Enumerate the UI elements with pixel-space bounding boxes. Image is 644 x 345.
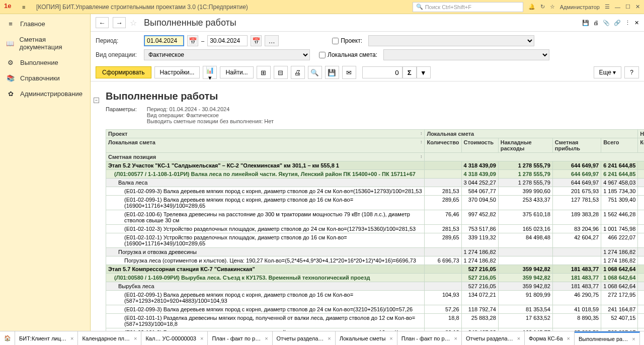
sidebar-item-execution[interactable]: ⚙Выполнение [0,55,90,70]
close-tab-icon[interactable]: × [567,335,570,341]
bottom-tab[interactable]: Выполненные ра…× [575,331,640,345]
table-row[interactable]: Этап 5.7 Компрессорная станция КС-7 "Сив… [106,265,645,274]
expand-button[interactable]: ⊞ [257,66,271,79]
collapse-button[interactable]: ⊟ [274,66,288,79]
col-cost[interactable]: Стоимость [461,138,498,153]
project-dropdown[interactable] [368,35,534,46]
generate-button[interactable]: Сформировать [96,66,151,78]
close-tab-icon[interactable]: × [517,335,520,341]
close-tab-icon[interactable]: × [200,335,203,341]
table-row[interactable]: (Е01-02-099-1) Валка деревьев мягких пор… [106,291,645,305]
table-row[interactable]: Валка леса3 044 252,271 278 555,79644 64… [106,179,645,187]
table-row[interactable]: (Л01:00577 / 1-1-108-1-01РИ) Валка леса … [106,170,645,179]
sigma-dropdown-button[interactable]: ▾ [417,66,431,78]
attach-icon[interactable]: 📎 [603,20,610,26]
close-window-icon[interactable]: ✕ [635,4,640,10]
table-row[interactable]: (Е01-02-099-1) Валка деревьев мягких пор… [106,196,645,210]
close-tab-icon[interactable]: × [454,335,457,341]
bottom-tab[interactable]: План - факт по р…× [208,331,272,345]
preview-button[interactable]: 🔍 [308,66,322,79]
date-from-input[interactable] [144,35,184,46]
col-local-estimate[interactable]: Локальная смета↕ [106,138,425,153]
minimize-icon[interactable]: — [615,4,620,10]
menu-icon[interactable]: ☰ [605,4,610,10]
home-tab[interactable]: 🏠 [0,331,15,345]
hamburger-icon[interactable]: ≡ [22,4,32,10]
close-tab-icon[interactable]: × [328,335,331,341]
variants-button[interactable]: 📊 ▾ [203,66,217,79]
global-search[interactable]: 🔍 Поиск Ctrl+Shift+F [413,2,523,12]
bottom-tab[interactable]: Форма КС-6а× [525,331,575,345]
star-icon[interactable]: ☆ [550,4,555,10]
sigma-button[interactable]: Σ [403,66,417,78]
table-row[interactable]: (Е01-02-101-2) Разделка древесины мягких… [106,328,645,331]
sidebar-item-main[interactable]: ≡Главное [0,16,90,32]
user-name[interactable]: Администратор [560,4,600,10]
table-row[interactable]: (Е01-02-099-3) Валка деревьев мягких пор… [106,305,645,314]
col-profit[interactable]: Сметная прибыль [552,138,601,153]
print-button[interactable]: 🖨 [291,66,305,79]
row-value: 8 890,35 [552,314,601,328]
date-to-input[interactable] [207,35,248,46]
bottom-tab[interactable]: Отчеты раздела…× [462,331,525,345]
col-total[interactable]: Всего [601,138,638,153]
email-button[interactable]: ✉ [342,66,356,79]
settings-button[interactable]: Настройки... [154,66,200,78]
project-checkbox[interactable] [332,38,339,44]
bottom-tab[interactable]: Кал… УС-00000003× [141,331,208,345]
table-row[interactable]: (Е01-02-102-3) Устройство разделочных пл… [106,225,645,233]
row-value [638,161,644,170]
col-overhead[interactable]: Накладные расходы [498,138,552,153]
more-icon[interactable]: ⋮ [625,20,630,26]
close-tab-icon[interactable]: × [389,335,392,341]
close-tab-icon[interactable]: × [70,335,73,341]
col-qty[interactable]: Количество [425,138,461,153]
sigma-input[interactable] [362,66,403,78]
table-row[interactable]: (Л01:00580 / 1-169-09РИ) Вырубка леса. С… [106,274,645,282]
nav-forward-button[interactable]: → [113,17,126,28]
print-icon[interactable]: 🖨 [593,20,599,26]
table-row[interactable]: Погрузка леса (сортиментов и хлыстов). Ц… [106,256,645,265]
sidebar-item-estimates[interactable]: 📖Сметная документация [0,32,90,55]
bottom-tab[interactable]: Календарное пл…× [78,331,141,345]
nav-back-button[interactable]: ← [96,17,109,28]
favorite-star-icon[interactable]: ☆ [130,18,137,28]
close-tab-icon[interactable]: × [632,336,635,342]
table-row[interactable]: (Е01-02-100-6) Трелевка древесины на рас… [106,210,645,225]
close-tab-icon[interactable]: × [265,335,268,341]
estimate-dropdown[interactable] [383,49,549,60]
col-iqty[interactable]: Количество [638,138,644,153]
tree-toggle[interactable]: − [94,98,99,103]
estimate-checkbox[interactable] [319,52,326,58]
link-icon[interactable]: 🔗 [614,20,621,26]
maximize-icon[interactable]: ☐ [625,4,630,10]
sidebar-item-admin[interactable]: ✿Администрирование [0,86,90,102]
table-row[interactable]: Вырубка леса527 216,05359 942,82181 483,… [106,282,645,291]
table-row[interactable]: (Е01-02-102-1) Устройство разделочных пл… [106,233,645,248]
close-page-icon[interactable]: ✕ [634,20,639,26]
help-button[interactable]: ? [624,66,639,78]
sidebar-item-refs[interactable]: 📚Справочники [0,70,90,86]
calendar-to-button[interactable]: 📅 [251,35,262,46]
period-picker-button[interactable]: … [265,35,279,46]
bottom-tab[interactable]: План - факт по р…× [397,331,462,345]
more-button[interactable]: Еще ▾ [594,66,622,78]
bottom-tab[interactable]: Отчеты раздела…× [273,331,336,345]
col-project[interactable]: Проект↕ [106,130,425,138]
table-row[interactable]: Этап 5.2 Участок "КС-1 "Салдыкельская" –… [106,161,645,170]
row-value: 248 467,82 [461,328,498,331]
table-row[interactable]: (Е01-02-099-3) Валка деревьев мягких пор… [106,187,645,196]
history-icon[interactable]: ↻ [540,4,545,10]
bottom-tab[interactable]: Локальные сметы× [336,331,397,345]
bottom-tab[interactable]: БИТ:Клиент лиц…× [15,331,78,345]
operation-dropdown[interactable]: Фактическое [144,49,310,60]
find-button[interactable]: Найти... [220,66,253,78]
table-row[interactable]: (Е01-02-101-1) Разделка древесины мягких… [106,314,645,328]
col-position[interactable]: Сметная позиция↕ [106,153,425,161]
save-icon[interactable]: 💾 [582,20,589,26]
bell-icon[interactable]: 🔔 [528,4,535,10]
close-tab-icon[interactable]: × [134,335,137,341]
save-file-button[interactable]: 💾 [325,66,339,79]
table-row[interactable]: Погрузка и отвозка древесины1 274 186,82… [106,248,645,256]
calendar-from-button[interactable]: 📅 [187,35,198,46]
